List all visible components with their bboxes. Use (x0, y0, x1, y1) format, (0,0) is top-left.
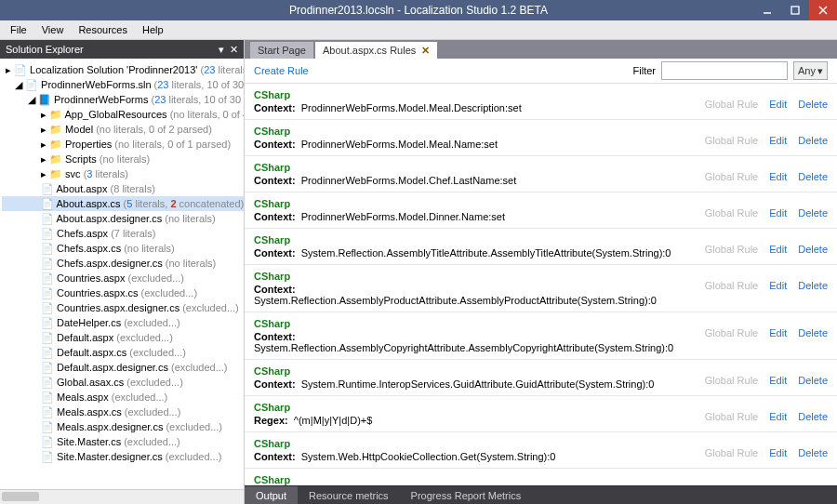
edit-rule-link[interactable]: Edit (769, 280, 787, 291)
tree-item[interactable]: 📄 Global.asax.cs (excluded...) (2, 375, 244, 390)
bottom-tabs: Output Resource metrics Progress Report … (245, 485, 837, 504)
tree-item[interactable]: 📄 Site.Master.cs (excluded...) (2, 434, 244, 449)
tree-item[interactable]: 📄 About.aspx.cs (5 literals, 2 concatena… (2, 196, 244, 211)
delete-rule-link[interactable]: Delete (798, 411, 828, 422)
maximize-button[interactable] (781, 0, 809, 20)
tab-resource-metrics[interactable]: Resource metrics (298, 486, 400, 504)
chevron-down-icon[interactable]: ▾ (219, 44, 224, 56)
chevron-down-icon: ▾ (817, 63, 823, 78)
horizontal-scrollbar[interactable] (0, 489, 244, 504)
global-rule-label: Global Rule (705, 447, 758, 458)
tree-item[interactable]: 📄 Chefs.aspx.cs (no literals) (2, 241, 244, 256)
delete-rule-link[interactable]: Delete (798, 171, 828, 182)
rule-type: CSharp (254, 402, 372, 413)
close-button[interactable] (809, 0, 837, 20)
global-rule-label: Global Rule (705, 171, 758, 182)
solution-tree[interactable]: ▸ 📄 Localization Solution 'Prodinner2013… (0, 59, 244, 489)
edit-rule-link[interactable]: Edit (769, 375, 787, 386)
menubar: File View Resources Help (0, 20, 837, 40)
rule-type: CSharp (254, 234, 671, 245)
edit-rule-link[interactable]: Edit (769, 171, 787, 182)
close-tab-icon[interactable]: ✕ (421, 42, 430, 59)
tab-progress-metrics[interactable]: Progress Report Metrics (400, 486, 533, 504)
filter-input[interactable] (661, 61, 788, 80)
edit-rule-link[interactable]: Edit (769, 99, 787, 110)
rule-context: Context: ProdinnerWebForms.Model.Dinner.… (254, 211, 505, 222)
menu-view[interactable]: View (35, 22, 71, 37)
tree-item[interactable]: 📄 Default.aspx (excluded...) (2, 330, 244, 345)
filter-label: Filter (633, 65, 656, 76)
tab-about-aspx-cs-rules[interactable]: About.aspx.cs Rules ✕ (315, 42, 437, 59)
edit-rule-link[interactable]: Edit (769, 244, 787, 255)
rule-type: CSharp (254, 474, 611, 485)
tree-item[interactable]: 📄 Default.aspx.designer.cs (excluded...) (2, 360, 244, 375)
minimize-button[interactable] (753, 0, 781, 20)
rule-context: Context: System.Web.HttpCookieCollection… (254, 451, 555, 462)
tree-item[interactable]: ▸ 📁 App_GlobalResources (no literals, 0 … (2, 107, 244, 122)
rule-row: CSharpContext: System.Web.HttpCookie.Htt… (245, 469, 837, 485)
tree-item[interactable]: 📄 Meals.aspx.cs (excluded...) (2, 405, 244, 419)
edit-rule-link[interactable]: Edit (769, 447, 787, 458)
rule-type: CSharp (254, 318, 696, 329)
tree-item[interactable]: 📄 About.aspx.designer.cs (no literals) (2, 211, 244, 226)
tree-item[interactable]: ▸ 📄 Localization Solution 'Prodinner2013… (2, 62, 244, 77)
menu-resources[interactable]: Resources (72, 22, 134, 37)
rule-row: CSharpContext: System.Reflection.Assembl… (245, 229, 837, 265)
tree-item[interactable]: ◢ 📄 ProdinnerWebForms.sln (23 literals, … (2, 77, 244, 92)
filter-any-dropdown[interactable]: Any ▾ (793, 61, 828, 80)
tree-item[interactable]: 📄 Default.aspx.cs (excluded...) (2, 345, 244, 360)
rule-context: Context: System.Runtime.InteropServices.… (254, 378, 654, 390)
rule-type: CSharp (254, 162, 516, 173)
edit-rule-link[interactable]: Edit (769, 135, 787, 146)
tree-item[interactable]: 📄 Meals.aspx (excluded...) (2, 390, 244, 405)
tree-item[interactable]: 📄 Meals.aspx.designer.cs (excluded...) (2, 419, 244, 434)
app-title: Prodinner2013.locsln - Localization Stud… (289, 4, 548, 17)
menu-help[interactable]: Help (136, 22, 170, 37)
tree-item[interactable]: 📄 Countries.aspx.designer.cs (excluded..… (2, 300, 244, 315)
delete-rule-link[interactable]: Delete (798, 244, 828, 255)
explorer-title: Solution Explorer (6, 44, 84, 55)
delete-rule-link[interactable]: Delete (798, 280, 828, 291)
menu-file[interactable]: File (4, 22, 33, 37)
delete-rule-link[interactable]: Delete (798, 99, 828, 110)
rule-type: CSharp (254, 365, 654, 377)
rule-row: CSharpContext: ProdinnerWebForms.Model.M… (245, 120, 837, 156)
tree-item[interactable]: 📄 DateHelper.cs (excluded...) (2, 315, 244, 330)
delete-rule-link[interactable]: Delete (798, 207, 828, 219)
rule-type: CSharp (254, 198, 505, 209)
tree-item[interactable]: ▸ 📁 Properties (no literals, 0 of 1 pars… (2, 137, 244, 152)
tab-output[interactable]: Output (245, 486, 298, 504)
tree-item[interactable]: 📄 Chefs.aspx (7 literals) (2, 226, 244, 241)
global-rule-label: Global Rule (705, 280, 758, 291)
edit-rule-link[interactable]: Edit (769, 327, 787, 338)
rule-context: Context: ProdinnerWebForms.Model.Chef.La… (254, 175, 516, 186)
tree-item[interactable]: ▸ 📁 svc (3 literals) (2, 166, 244, 181)
tree-item[interactable]: ▸ 📁 Scripts (no literals) (2, 152, 244, 166)
delete-rule-link[interactable]: Delete (798, 135, 828, 146)
delete-rule-link[interactable]: Delete (798, 375, 828, 386)
tree-item[interactable]: ▸ 📁 Model (no literals, 0 of 2 parsed) (2, 122, 244, 137)
rule-row: CSharpContext: System.Reflection.Assembl… (245, 265, 837, 312)
create-rule-link[interactable]: Create Rule (254, 65, 309, 76)
tree-item[interactable]: 📄 About.aspx (8 literals) (2, 181, 244, 196)
global-rule-label: Global Rule (705, 411, 758, 422)
tree-item[interactable]: 📄 Countries.aspx (excluded...) (2, 271, 244, 285)
global-rule-label: Global Rule (705, 135, 758, 146)
edit-rule-link[interactable]: Edit (769, 207, 787, 219)
rules-toolbar: Create Rule Filter Any ▾ (245, 59, 837, 84)
delete-rule-link[interactable]: Delete (798, 447, 828, 458)
global-rule-label: Global Rule (705, 375, 758, 386)
tree-item[interactable]: 📄 Chefs.aspx.designer.cs (no literals) (2, 256, 244, 271)
solution-explorer: Solution Explorer ▾ ✕ ▸ 📄 Localization S… (0, 40, 245, 504)
delete-rule-link[interactable]: Delete (798, 327, 828, 338)
tree-item[interactable]: 📄 Site.Master.designer.cs (excluded...) (2, 449, 244, 464)
close-panel-icon[interactable]: ✕ (230, 44, 238, 56)
rule-row: CSharpRegex: ^(m|M|y|Y|d|D)+$Global Rule… (245, 396, 837, 432)
rule-context: Context: System.Reflection.AssemblyProdu… (254, 284, 696, 306)
tab-start-page[interactable]: Start Page (250, 42, 313, 59)
titlebar: Prodinner2013.locsln - Localization Stud… (0, 0, 837, 20)
rule-row: CSharpContext: System.Reflection.Assembl… (245, 312, 837, 360)
edit-rule-link[interactable]: Edit (769, 411, 787, 422)
tree-item[interactable]: ◢ 📘 ProdinnerWebForms (23 literals, 10 o… (2, 92, 244, 107)
tree-item[interactable]: 📄 Countries.aspx.cs (excluded...) (2, 285, 244, 300)
